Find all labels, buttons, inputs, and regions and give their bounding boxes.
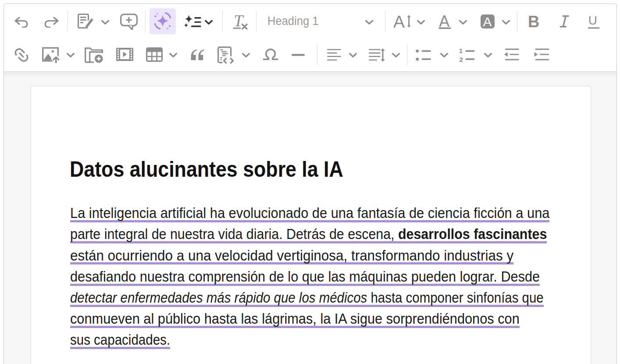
svg-text:T: T (234, 14, 244, 29)
svg-text:A: A (483, 14, 492, 29)
svg-text:B: B (528, 14, 539, 31)
svg-text:1: 1 (459, 47, 463, 54)
svg-text:U: U (588, 15, 597, 27)
svg-text:A: A (394, 14, 405, 28)
svg-text:2: 2 (459, 56, 463, 63)
svg-text:A: A (439, 15, 449, 29)
